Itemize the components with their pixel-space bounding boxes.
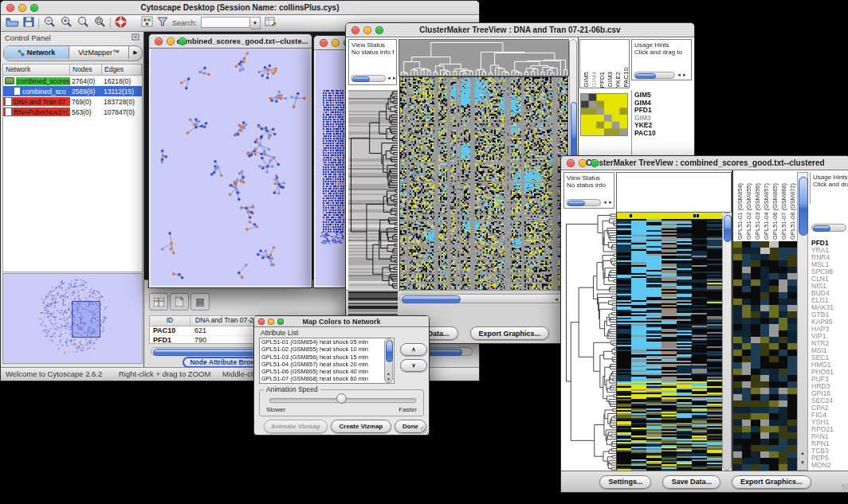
- scroll-arrows-icon[interactable]: ◄►: [603, 200, 614, 205]
- annotation-icon[interactable]: [265, 16, 277, 30]
- column-dendrogram[interactable]: [398, 39, 569, 76]
- tab-more[interactable]: ▶: [129, 46, 142, 59]
- search-input[interactable]: [201, 17, 250, 28]
- row-label[interactable]: PAC10: [634, 130, 692, 138]
- treeview2-action-button[interactable]: Save Data...: [662, 475, 720, 489]
- table-mode-button[interactable]: [149, 293, 168, 311]
- scroll-up-icon[interactable]: ▲: [387, 371, 391, 376]
- close-icon[interactable]: [320, 39, 328, 47]
- network-table-row[interactable]: RNAPuberNov2+! 563(0) 107847(0): [3, 107, 142, 117]
- minimize-icon[interactable]: [268, 318, 274, 325]
- close-icon[interactable]: [258, 318, 265, 325]
- zoom-window-icon[interactable]: [30, 4, 38, 12]
- minimize-icon[interactable]: [363, 26, 371, 34]
- move-up-button[interactable]: ∧: [400, 343, 427, 356]
- attribute-item[interactable]: GPL51-01 (GSM854) heat shock 05 min: [260, 338, 394, 346]
- attribute-scroll-thumb[interactable]: [386, 340, 393, 362]
- speed-slider-thumb[interactable]: [336, 393, 347, 404]
- network-view-titlebar[interactable]: combined_scores_good.txt--cluste...: [149, 34, 312, 49]
- heatmap-canvas-2[interactable]: [616, 213, 722, 471]
- zoom-in-icon[interactable]: [60, 16, 73, 31]
- column-label[interactable]: GPL51-01 (GSM854): [736, 183, 744, 240]
- minimize-icon[interactable]: [332, 39, 340, 47]
- col-id[interactable]: ID: [150, 316, 190, 326]
- heatmap-canvas[interactable]: [399, 76, 568, 291]
- view-status-scrollbar[interactable]: [566, 199, 601, 206]
- row-dendrogram-2[interactable]: [563, 213, 616, 471]
- search-dropdown-icon[interactable]: ▼: [250, 17, 261, 29]
- column-label[interactable]: GPL51-03 (GSM856): [754, 183, 761, 240]
- close-icon[interactable]: [567, 159, 575, 167]
- attribute-item[interactable]: GPL51-04 (GSM857) heat shock 20 min: [260, 361, 394, 368]
- network-view-2-titlebar[interactable]: [314, 36, 347, 50]
- vizmapper-icon[interactable]: [141, 16, 153, 30]
- treeview2-action-button[interactable]: Settings...: [599, 475, 651, 489]
- overview-viewport-rect[interactable]: [72, 301, 100, 338]
- attribute-item[interactable]: GPL51-02 (GSM855) heat shock 10 min: [260, 346, 394, 353]
- attribute-list-scrollbar[interactable]: ▲ ▼: [384, 338, 393, 383]
- heatmap2-vscrollbar[interactable]: [722, 213, 732, 471]
- column-label[interactable]: PAC10: [622, 68, 630, 88]
- close-icon[interactable]: [155, 37, 163, 45]
- heatmap2-vscroll-thumb[interactable]: [724, 215, 732, 242]
- scroll-arrows-icon[interactable]: ◄►: [677, 72, 688, 77]
- minimize-icon[interactable]: [579, 159, 587, 167]
- resize-grip-icon[interactable]: [842, 484, 848, 491]
- view-status-scrollbar[interactable]: [351, 75, 386, 82]
- network-canvas-2[interactable]: [316, 50, 346, 286]
- scroll-up-icon[interactable]: ▲: [800, 451, 805, 455]
- column-label[interactable]: GPL51-08 (GSM872): [789, 183, 796, 240]
- column-label[interactable]: GPL51-07 (GSM868): [780, 183, 787, 240]
- network-overview-panel[interactable]: [2, 273, 143, 364]
- close-icon[interactable]: [6, 4, 14, 12]
- close-icon[interactable]: [351, 26, 359, 34]
- gene-list-scrollbar[interactable]: ▲ ▼: [797, 172, 808, 471]
- open-folder-icon[interactable]: [6, 16, 19, 30]
- minimize-icon[interactable]: [18, 4, 26, 12]
- column-label[interactable]: GPL51-06 (GSM865): [771, 183, 779, 240]
- zoom-heatmap-2[interactable]: [733, 241, 797, 471]
- col-network[interactable]: Network: [3, 64, 70, 75]
- zoom-window-icon[interactable]: [277, 318, 284, 325]
- treeview1-action-button[interactable]: Export Graphics...: [470, 326, 550, 340]
- col-edges[interactable]: Edges: [102, 64, 142, 75]
- network-table-row[interactable]: DNA and Tran 07 769(0) 183728(0): [3, 96, 142, 107]
- zoom-selected-icon[interactable]: [93, 16, 106, 31]
- scroll-down-icon[interactable]: ▼: [800, 460, 805, 465]
- usage-hints-scrollbar[interactable]: [634, 72, 675, 79]
- dialog-titlebar[interactable]: Map Colors to Network: [254, 316, 429, 327]
- gene-label[interactable]: MON2: [811, 462, 848, 469]
- scroll-arrows-icon[interactable]: ◄►: [387, 76, 397, 80]
- column-label[interactable]: GIM4: [591, 72, 598, 88]
- heatmap-hscroll-thumb[interactable]: [402, 295, 461, 303]
- create-vizmap-button[interactable]: Create Vizmap: [331, 420, 391, 433]
- zoom-out-icon[interactable]: [43, 16, 56, 31]
- usage-hints-scrollbar-2[interactable]: [811, 224, 846, 232]
- network-table-row[interactable]: combined_scores_ 2764(0) 16218(0): [3, 76, 142, 86]
- zoom-window-icon[interactable]: [179, 37, 186, 45]
- network-table-row[interactable]: combined_sco 2569(6) 13112(15): [3, 86, 142, 96]
- column-label[interactable]: YKE2: [614, 72, 622, 88]
- column-dendrogram-area[interactable]: [616, 172, 732, 213]
- attribute-item[interactable]: GPL51-06 (GSM865) heat shock 40 min: [260, 368, 394, 375]
- float-panel-icon[interactable]: [132, 33, 139, 42]
- delete-attribute-button[interactable]: [190, 293, 210, 311]
- zoom-fit-icon[interactable]: [77, 16, 89, 31]
- row-dendrogram[interactable]: [348, 90, 398, 289]
- minimize-icon[interactable]: [167, 37, 175, 45]
- attribute-item[interactable]: GPL51-07 (GSM868) heat shock 60 min: [260, 375, 394, 382]
- attribute-item[interactable]: GPL51-03 (GSM856) heat shock 15 min: [260, 354, 394, 361]
- column-label[interactable]: PFD1: [599, 72, 606, 88]
- main-titlebar[interactable]: Cytoscape Desktop (Session Name: collins…: [1, 1, 479, 15]
- animate-vizmap-button[interactable]: Animate Vizmap: [264, 420, 328, 433]
- treeview2-action-button[interactable]: Export Graphics...: [732, 475, 811, 489]
- treeview1-titlebar[interactable]: ClusterMaker TreeView : DNA and Tran 07-…: [346, 23, 694, 37]
- column-label[interactable]: GIM5: [583, 72, 590, 88]
- column-label[interactable]: GPL51-02 (GSM855): [745, 183, 752, 240]
- column-label[interactable]: GPL51-04 (GSM857): [763, 183, 770, 240]
- tab-network[interactable]: Network: [4, 46, 69, 59]
- heatmap-hscrollbar[interactable]: ◄►: [399, 294, 568, 303]
- col-nodes[interactable]: Nodes: [70, 64, 102, 75]
- scroll-down-icon[interactable]: ▼: [387, 377, 391, 381]
- zoom-window-icon[interactable]: [375, 26, 383, 34]
